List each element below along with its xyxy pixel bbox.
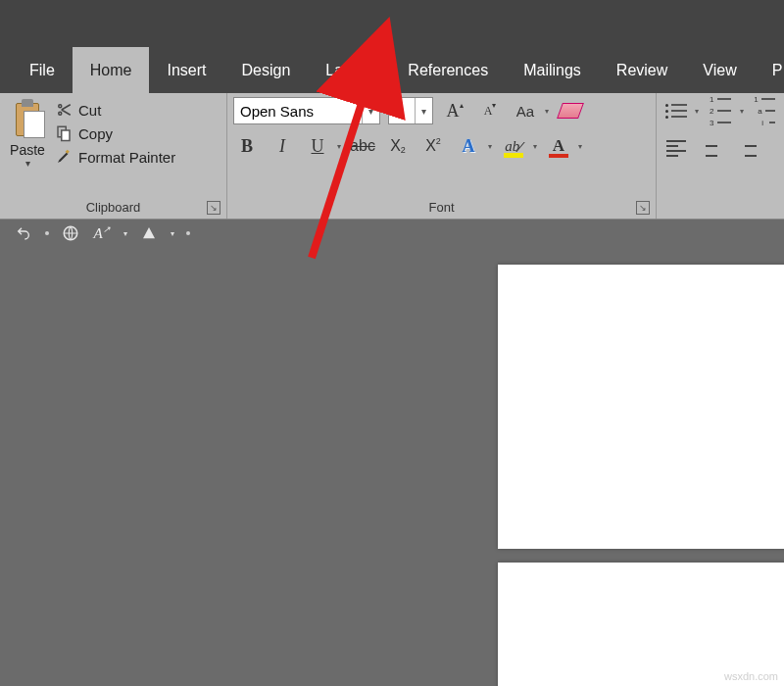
bullets-button[interactable] [662,97,689,124]
numbering-icon: 1 2 3 [710,95,731,127]
group-clipboard: Paste ▾ Cut Copy Format Painter Clipboar… [0,93,227,219]
undo-button[interactable] [14,223,33,243]
font-name-input[interactable] [234,98,362,123]
qat-shapes-button[interactable] [139,223,159,243]
bullets-caret-icon[interactable]: ▾ [695,107,699,116]
document-page-1[interactable] [498,265,784,549]
tab-references[interactable]: References [390,47,506,93]
text-effects-button[interactable]: A [455,132,482,160]
tab-design[interactable]: Design [223,47,308,93]
globe-icon [62,224,79,242]
font-size-input[interactable] [389,98,415,123]
svg-rect-2 [66,150,70,154]
quick-access-toolbar: A↗ ▾ ▾ [0,220,784,247]
eraser-icon [557,103,584,119]
align-left-icon [666,140,686,157]
paste-label: Paste [10,142,45,158]
svg-rect-1 [62,130,70,141]
text-effects-caret-icon[interactable]: ▾ [488,142,492,151]
copy-icon [55,124,73,142]
underline-caret-icon[interactable]: ▾ [337,142,341,151]
multilevel-icon: 1 a i [754,95,775,127]
qat-web-button[interactable] [61,223,80,243]
numbering-caret-icon[interactable]: ▾ [740,107,744,116]
align-center-button[interactable] [698,134,725,162]
align-right-button[interactable] [733,134,760,162]
cut-label: Cut [78,102,101,119]
font-dialog-launcher[interactable] [636,201,650,215]
font-name-combo[interactable]: ▾ [233,97,380,124]
qat-separator [45,231,49,235]
clear-formatting-button[interactable] [557,97,584,124]
group-font: ▾ ▾ A▴ A▾ Aa ▾ B I U ▾ abc X2 X2 [227,93,657,219]
format-painter-label: Format Painter [78,149,175,166]
clipboard-dialog-launcher[interactable] [207,201,220,215]
align-center-icon [702,140,721,157]
superscript-button[interactable]: X2 [419,132,447,160]
cut-button[interactable]: Cut [55,101,175,119]
bullets-icon [665,104,687,119]
scissors-icon [55,101,73,119]
qat-styles-button[interactable]: A↗ [92,223,112,243]
font-size-combo[interactable]: ▾ [388,97,433,124]
tab-review[interactable]: Review [599,47,685,93]
format-painter-button[interactable]: Format Painter [55,148,175,166]
styles-icon: A↗ [93,225,110,242]
paintbrush-icon [55,148,73,166]
tab-insert[interactable]: Insert [149,47,223,93]
italic-button[interactable]: I [269,132,296,160]
svg-marker-4 [143,227,155,238]
tab-mailings[interactable]: Mailings [506,47,599,93]
numbering-button[interactable]: 1 2 3 [707,97,733,124]
qat-separator-2 [186,231,190,235]
tab-view[interactable]: View [685,47,754,93]
change-case-caret-icon[interactable]: ▾ [545,107,549,116]
subscript-button[interactable]: X2 [384,132,412,160]
undo-icon [16,225,31,241]
font-color-button[interactable]: A [545,132,572,160]
font-color-caret-icon[interactable]: ▾ [578,142,582,151]
font-group-label: Font [233,197,650,219]
title-bar [0,0,784,47]
watermark: wsxdn.com [724,670,778,682]
document-workspace[interactable] [0,247,784,686]
grow-font-button[interactable]: A▴ [441,97,468,124]
paste-dropdown-caret-icon[interactable]: ▾ [25,158,30,169]
underline-button[interactable]: U [304,132,331,160]
clipboard-group-label: Clipboard [6,197,220,219]
qat-styles-caret-icon[interactable]: ▾ [123,229,127,238]
tab-layout[interactable]: Layout [308,47,390,93]
copy-label: Copy [78,125,113,142]
tab-file[interactable]: File [12,47,73,93]
font-name-caret-icon[interactable]: ▾ [362,98,379,123]
tab-home[interactable]: Home [73,47,150,93]
multilevel-list-button[interactable]: 1 a i [752,97,778,124]
qat-shapes-caret-icon[interactable]: ▾ [171,229,174,238]
shrink-font-button[interactable]: A▾ [476,97,504,124]
shapes-icon [141,225,157,241]
copy-button[interactable]: Copy [55,124,175,142]
bold-button[interactable]: B [233,132,261,160]
align-right-icon [737,140,757,157]
paste-button[interactable]: Paste ▾ [6,97,49,197]
strikethrough-button[interactable]: abc [349,132,376,160]
highlight-caret-icon[interactable]: ▾ [533,142,537,151]
highlight-button[interactable]: ab∕ [500,132,527,160]
align-left-button[interactable] [662,134,690,162]
ribbon-tab-bar: File Home Insert Design Layout Reference… [0,47,784,93]
font-size-caret-icon[interactable]: ▾ [415,98,432,123]
ribbon: Paste ▾ Cut Copy Format Painter Clipboar… [0,93,784,220]
tab-partial[interactable]: P [755,47,784,93]
clipboard-paste-icon [10,99,45,140]
document-page-2[interactable] [498,563,784,686]
group-paragraph: ▾ 1 2 3 ▾ 1 a i [657,93,784,219]
change-case-button[interactable]: Aa [512,97,539,124]
